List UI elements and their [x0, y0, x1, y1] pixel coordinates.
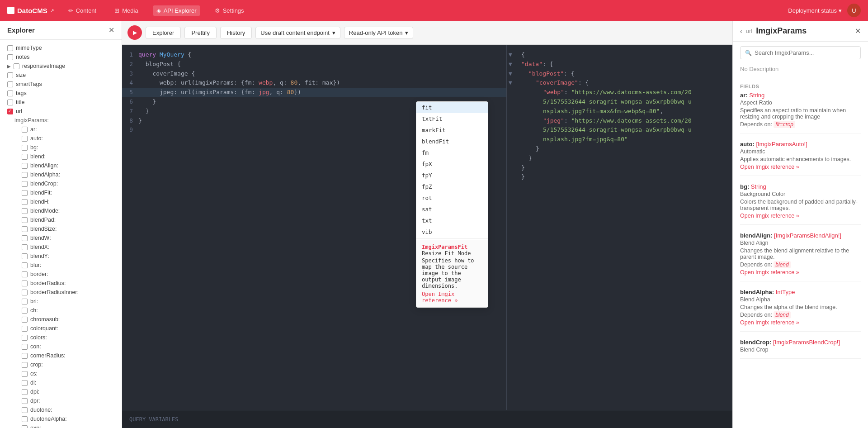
checkbox-con[interactable]: [22, 344, 28, 350]
checkbox-exp[interactable]: [22, 425, 28, 428]
sidebar-item-blendsize[interactable]: blendSize:: [0, 224, 122, 233]
sidebar-item-exp[interactable]: exp:: [0, 423, 122, 428]
nav-item-media[interactable]: ⊞ Media: [111, 5, 142, 16]
sidebar-item-con[interactable]: con:: [0, 342, 122, 351]
autocomplete-item-rot[interactable]: rot: [416, 192, 488, 204]
sidebar-item-duotone[interactable]: duotone:: [0, 405, 122, 414]
checkbox-borderradius[interactable]: [22, 281, 28, 286]
sidebar-item-crop[interactable]: crop:: [0, 360, 122, 369]
query-vars-bar[interactable]: QUERY VARIABLES: [122, 410, 732, 428]
search-input[interactable]: [755, 49, 856, 56]
history-button[interactable]: History: [220, 27, 252, 39]
sidebar-item-border[interactable]: border:: [0, 270, 122, 279]
sidebar-item-auto[interactable]: auto:: [0, 134, 122, 143]
autocomplete-item-fit[interactable]: fit: [416, 102, 488, 113]
auto-imgix-link[interactable]: Open Imgix reference »: [740, 164, 861, 170]
sidebar-item-blend[interactable]: blend:: [0, 152, 122, 161]
code-editor[interactable]: 1 query MyQuery { 2 blogPost { 3 coverIm…: [122, 45, 506, 410]
checkbox-blendsize[interactable]: [22, 226, 28, 232]
prettify-button[interactable]: Prettify: [184, 27, 216, 39]
sidebar-item-responsiveimage[interactable]: ▶ responsiveImage: [0, 62, 122, 71]
checkbox-crop[interactable]: [22, 362, 28, 368]
autocomplete-item-txt[interactable]: txt: [416, 215, 488, 226]
deployment-status[interactable]: Deployment status ▾: [788, 7, 842, 14]
checkbox-blendalpha[interactable]: [22, 172, 28, 178]
checkbox-colorquant[interactable]: [22, 326, 28, 332]
sidebar-item-colorquant[interactable]: colorquant:: [0, 324, 122, 333]
sidebar-item-title[interactable]: title: [0, 98, 122, 107]
sidebar-item-blendcrop[interactable]: blendCrop:: [0, 179, 122, 188]
checkbox-responsiveimage[interactable]: [14, 63, 19, 69]
avatar[interactable]: U: [847, 4, 861, 17]
sidebar-item-blendx[interactable]: blendX:: [0, 243, 122, 252]
sidebar-item-dl[interactable]: dl:: [0, 378, 122, 387]
checkbox-cs[interactable]: [22, 371, 28, 377]
sidebar-item-size[interactable]: size: [0, 71, 122, 80]
sidebar-item-blendw[interactable]: blendW:: [0, 233, 122, 243]
sidebar-item-smarttags[interactable]: smartTags: [0, 80, 122, 89]
sidebar-item-blendalpha[interactable]: blendAlpha:: [0, 170, 122, 179]
autocomplete-item-fm[interactable]: fm: [416, 147, 488, 158]
sidebar-item-blendalign[interactable]: blendAlign:: [0, 161, 122, 170]
checkbox-mimetype[interactable]: [7, 45, 13, 51]
sidebar-item-bg[interactable]: bg:: [0, 143, 122, 152]
sidebar-item-blendy[interactable]: blendY:: [0, 252, 122, 261]
sidebar-item-blendh[interactable]: blendH:: [0, 197, 122, 206]
logo[interactable]: DatoCMS ↗: [7, 7, 54, 14]
autocomplete-item-fpx[interactable]: fpX: [416, 158, 488, 170]
nav-item-api-explorer[interactable]: ◈ API Explorer: [153, 5, 200, 16]
sidebar-item-tags[interactable]: tags: [0, 89, 122, 98]
autocomplete-item-markfit[interactable]: markFit: [416, 124, 488, 136]
sidebar-item-blendpad[interactable]: blendPad:: [0, 215, 122, 224]
checkbox-cornerradius[interactable]: [22, 353, 28, 359]
sidebar-item-blendfit[interactable]: blendFit:: [0, 188, 122, 197]
sidebar-item-cs[interactable]: cs:: [0, 369, 122, 378]
checkbox-blendmode[interactable]: [22, 208, 28, 214]
checkbox-blendw[interactable]: [22, 235, 28, 241]
sidebar-item-blur[interactable]: blur:: [0, 261, 122, 270]
checkbox-blendfit[interactable]: [22, 190, 28, 196]
autocomplete-item-fpz[interactable]: fpZ: [416, 181, 488, 192]
checkbox-border[interactable]: [22, 271, 28, 277]
checkbox-title[interactable]: [7, 100, 13, 105]
open-imgix-link[interactable]: Open Imgix reference »: [422, 291, 458, 304]
blendalpha-imgix-link[interactable]: Open Imgix reference »: [740, 319, 861, 326]
checkbox-dpi[interactable]: [22, 389, 28, 395]
checkbox-blendalign[interactable]: [22, 163, 28, 169]
sidebar-item-bri[interactable]: bri:: [0, 297, 122, 306]
right-panel-close-icon[interactable]: ✕: [855, 27, 861, 35]
checkbox-blendy[interactable]: [22, 253, 28, 259]
checkbox-smarttags[interactable]: [7, 81, 13, 87]
checkbox-blendpad[interactable]: [22, 217, 28, 223]
sidebar-item-duotonealpha[interactable]: duotoneAlpha:: [0, 414, 122, 423]
checkbox-blendcrop[interactable]: [22, 181, 28, 187]
checkbox-blend[interactable]: [22, 154, 28, 160]
checkbox-duotone[interactable]: [22, 407, 28, 413]
sidebar-item-mimetype[interactable]: mimeType: [0, 43, 122, 52]
autocomplete-item-txtfit[interactable]: txtFit: [416, 113, 488, 124]
autocomplete-item-blendfit[interactable]: blendFit: [416, 136, 488, 147]
checkbox-duotonealpha[interactable]: [22, 416, 28, 422]
checkbox-dpr[interactable]: [22, 398, 28, 404]
back-button[interactable]: ‹: [740, 28, 742, 35]
checkbox-auto[interactable]: [22, 136, 28, 142]
bg-imgix-link[interactable]: Open Imgix reference »: [740, 213, 861, 219]
nav-item-settings[interactable]: ⚙ Settings: [211, 5, 248, 16]
checkbox-borderradiusinner[interactable]: [22, 290, 28, 295]
run-button[interactable]: ▶: [127, 25, 142, 40]
sidebar-item-dpi[interactable]: dpi:: [0, 387, 122, 396]
autocomplete-item-fpy[interactable]: fpY: [416, 170, 488, 181]
checkbox-chromasub[interactable]: [22, 317, 28, 323]
sidebar-item-notes[interactable]: notes: [0, 52, 122, 62]
checkbox-tags[interactable]: [7, 90, 13, 96]
breadcrumb[interactable]: url: [746, 28, 752, 34]
checkbox-url[interactable]: [7, 109, 13, 114]
autocomplete-item-vib[interactable]: vib: [416, 226, 488, 238]
checkbox-notes[interactable]: [7, 54, 13, 60]
checkbox-dl[interactable]: [22, 380, 28, 386]
checkbox-blur[interactable]: [22, 262, 28, 268]
sidebar-item-ar[interactable]: ar:: [0, 125, 122, 134]
checkbox-ch[interactable]: [22, 308, 28, 314]
autocomplete-item-sat[interactable]: sat: [416, 204, 488, 215]
checkbox-ar[interactable]: [22, 127, 28, 133]
